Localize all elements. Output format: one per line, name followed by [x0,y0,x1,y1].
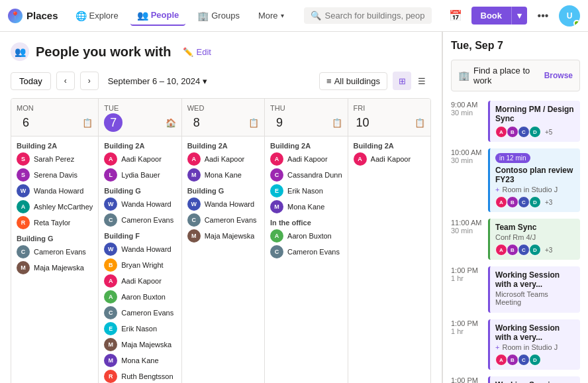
nav-item-explore[interactable]: 🌐 Explore [69,7,125,25]
event-card[interactable]: Team SyncConf Rm 4/JABCD+3 [488,219,580,260]
list-view-button[interactable]: ☰ [413,72,431,90]
cal-col-fri: Fri10📋Building 2AAAadi Kapoor [348,99,430,383]
event-block[interactable]: 9:00 AM30 minMorning PM / Design SyncABC… [451,101,580,142]
event-card[interactable]: Working Session with a very...Microsoft … [488,266,580,313]
prev-week-button[interactable]: ‹ [56,72,75,90]
list-item[interactable]: MMona Kane [187,168,259,182]
event-title: Working Session with a very... [495,270,575,289]
cal-body: Building 2AAAadi KapoorMMona KaneBuildin… [182,137,264,250]
list-item[interactable]: EErik Nason [104,322,175,335]
event-card[interactable]: Working Session with a very...+Room in S… [488,319,580,370]
room-label: Room in Studio J [502,343,558,351]
list-item[interactable]: WWanda Howard [104,243,175,256]
book-arrow-icon[interactable]: ▾ [511,7,527,25]
nav-right-area: 📅 Book ▾ ••• U [445,5,581,27]
avatar: W [104,243,117,256]
avatar: W [17,184,30,197]
person-name: Cameron Evans [287,248,340,256]
today-button[interactable]: Today [11,72,51,90]
nav-item-more[interactable]: More ▾ [252,7,291,25]
event-time: 1:00 PM1 hr [451,319,483,370]
list-item[interactable]: SSarah Perez [17,152,93,166]
nav-item-people[interactable]: 👥 People [130,6,186,26]
list-item[interactable]: CCameron Evans [270,245,342,258]
nav-explore-label: Explore [89,11,119,21]
event-badge: in 12 min [495,153,530,163]
list-item[interactable]: WWanda Howard [187,197,259,211]
book-button[interactable]: Book ▾ [471,7,528,25]
browse-button[interactable]: Browse [544,71,573,80]
list-item[interactable]: RRuth Bengtsson [104,370,175,383]
event-card[interactable]: Morning PM / Design SyncABCD+5 [488,101,580,142]
list-item[interactable]: AAaron Buxton [104,290,175,303]
list-item[interactable]: MMaja Majewska [187,229,259,243]
list-item[interactable]: WWanda Howard [17,184,93,197]
list-item[interactable]: MMona Kane [104,354,175,367]
next-week-button[interactable]: › [80,72,99,90]
list-item[interactable]: CCassandra Dunn [270,168,342,182]
event-block[interactable]: 1:00 PM1 hrWorking Session with a very..… [451,319,580,370]
list-item[interactable]: LLydia Bauer [104,168,175,182]
list-item[interactable]: AAshley McCarthey [17,200,93,213]
avatar: S [17,168,30,182]
event-block[interactable]: 10:00 AM30 minin 12 minContoso plan revi… [451,148,580,212]
list-item[interactable]: BBryan Wright [104,258,175,272]
avatar: A [270,229,283,243]
person-name: Cassandra Dunn [287,171,342,179]
list-item[interactable]: SSerena Davis [17,168,93,182]
list-item[interactable]: MMona Kane [270,200,342,213]
list-item[interactable]: AAadi Kapoor [104,152,175,166]
person-name: Aadi Kapoor [371,155,411,163]
list-item[interactable]: MMaja Majewska [104,338,175,351]
event-block[interactable]: 1:00 PM1 hrWorking SessionMicrosoft Team… [451,376,580,383]
app-name: Places [26,10,58,21]
event-title: Team Sync [495,223,575,232]
edit-button[interactable]: ✏️ Edit [177,44,216,60]
more-options-btn[interactable]: ••• [532,5,554,27]
cal-header-icon: 📋 [415,118,425,128]
cal-day-number: 6 [17,113,35,132]
event-subtitle: Microsoft Teams Meeting [495,290,575,306]
nav-item-groups[interactable]: 🏢 Groups [191,7,246,25]
list-item[interactable]: AAadi Kapoor [104,274,175,288]
list-item[interactable]: CCameron Evans [17,245,93,258]
building-filter[interactable]: ≡ All buildings [319,72,387,90]
user-avatar[interactable]: U [559,5,580,27]
event-start-time: 9:00 AM [451,101,483,109]
view-toggle: ⊞ ☰ [393,72,431,90]
event-avatar: B [507,196,518,208]
cal-body: Building 2ASSarah PerezSSerena DavisWWan… [11,137,98,282]
event-time: 10:00 AM30 min [451,148,483,212]
list-item[interactable]: AAadi Kapoor [354,152,425,166]
building-label: Building G [187,187,259,195]
list-item[interactable]: MMaja Majewska [17,261,93,274]
person-name: Erik Nason [121,325,157,333]
list-item[interactable]: AAadi Kapoor [187,152,259,166]
event-block[interactable]: 1:00 PM1 hrWorking Session with a very..… [451,266,580,313]
event-start-time: 10:00 AM [451,148,483,156]
calendar-icon-btn[interactable]: 📅 [445,5,466,27]
person-name: Reta Taylor [34,219,70,227]
people-icon: 👥 [137,10,148,21]
find-place-widget[interactable]: 🏢 Find a place to work Browse [451,60,580,91]
event-block[interactable]: 11:00 AM30 minTeam SyncConf Rm 4/JABCD+3 [451,219,580,260]
event-card[interactable]: Working SessionMicrosoft Teams Meeting [488,376,580,383]
list-item[interactable]: EErik Nason [270,184,342,197]
list-item[interactable]: CCameron Evans [104,213,175,227]
event-avatar: C [518,126,530,138]
search-box[interactable]: 🔍 [304,7,432,24]
event-card[interactable]: in 12 minContoso plan review FY23+Room i… [488,148,580,212]
list-item[interactable]: CCameron Evans [187,213,259,227]
list-item[interactable]: CCameron Evans [104,306,175,319]
list-item[interactable]: WWanda Howard [104,197,175,211]
event-subtitle: Conf Rm 4/J [495,233,575,241]
person-name: Bryan Wright [121,261,163,269]
date-range-selector[interactable]: September 6 – 10, 2024 ▾ [104,74,212,89]
list-item[interactable]: AAaron Buxton [270,229,342,243]
app-logo[interactable]: 📍 Places [8,9,58,23]
search-input[interactable] [325,11,425,21]
event-avatar-row: ABCD+3 [495,244,575,256]
list-item[interactable]: AAadi Kapoor [270,152,342,166]
grid-view-button[interactable]: ⊞ [393,72,411,90]
list-item[interactable]: RReta Taylor [17,216,93,229]
